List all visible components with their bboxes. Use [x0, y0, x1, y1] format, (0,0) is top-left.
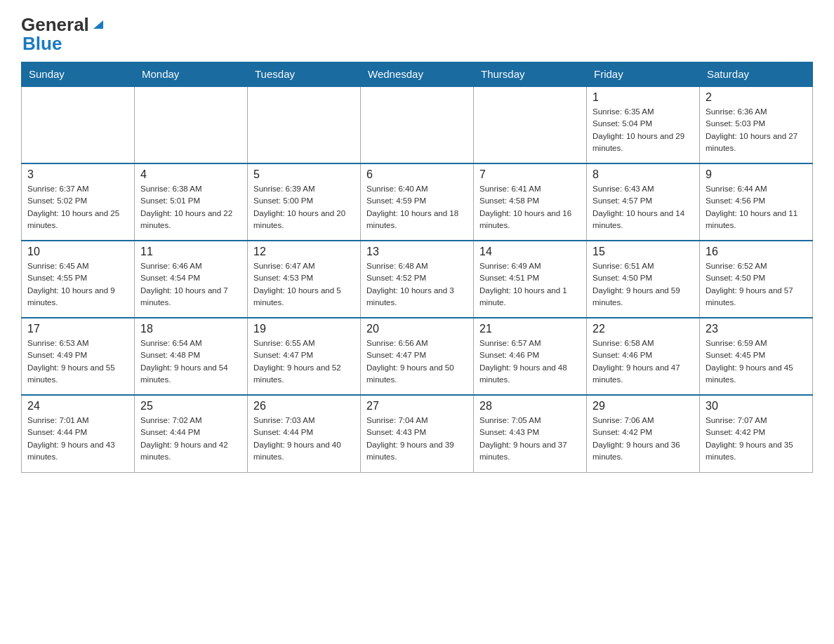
- calendar-day-cell: 25Sunrise: 7:02 AMSunset: 4:44 PMDayligh…: [135, 395, 248, 472]
- day-number: 19: [253, 323, 355, 335]
- day-info: Sunrise: 6:55 AMSunset: 4:47 PMDaylight:…: [253, 337, 355, 386]
- calendar-table: SundayMondayTuesdayWednesdayThursdayFrid…: [21, 62, 813, 473]
- calendar-day-cell: 4Sunrise: 6:38 AMSunset: 5:01 PMDaylight…: [135, 163, 248, 241]
- calendar-day-cell: 3Sunrise: 6:37 AMSunset: 5:02 PMDaylight…: [22, 163, 135, 241]
- calendar-day-cell: 18Sunrise: 6:54 AMSunset: 4:48 PMDayligh…: [135, 318, 248, 395]
- calendar-day-cell: 13Sunrise: 6:48 AMSunset: 4:52 PMDayligh…: [361, 241, 474, 318]
- day-number: 20: [366, 323, 468, 335]
- day-number: 5: [253, 168, 355, 181]
- day-info: Sunrise: 6:39 AMSunset: 5:00 PMDaylight:…: [253, 183, 355, 232]
- day-info: Sunrise: 6:53 AMSunset: 4:49 PMDaylight:…: [27, 337, 128, 386]
- day-number: 11: [140, 246, 241, 258]
- calendar-day-cell: [135, 86, 248, 163]
- calendar-day-cell: [22, 86, 135, 163]
- calendar-day-cell: 21Sunrise: 6:57 AMSunset: 4:46 PMDayligh…: [474, 318, 587, 395]
- calendar-weekday-header: Friday: [587, 62, 700, 87]
- day-info: Sunrise: 6:59 AMSunset: 4:45 PMDaylight:…: [706, 337, 807, 386]
- calendar-weekday-header: Wednesday: [361, 62, 474, 87]
- logo: General Blue: [21, 14, 106, 55]
- day-info: Sunrise: 6:48 AMSunset: 4:52 PMDaylight:…: [366, 260, 468, 309]
- day-number: 25: [140, 400, 241, 412]
- calendar-day-cell: 7Sunrise: 6:41 AMSunset: 4:58 PMDaylight…: [474, 163, 587, 241]
- calendar-day-cell: 26Sunrise: 7:03 AMSunset: 4:44 PMDayligh…: [248, 395, 361, 472]
- day-info: Sunrise: 6:49 AMSunset: 4:51 PMDaylight:…: [479, 260, 581, 309]
- day-number: 10: [27, 246, 128, 258]
- calendar-day-cell: 17Sunrise: 6:53 AMSunset: 4:49 PMDayligh…: [22, 318, 135, 395]
- day-info: Sunrise: 6:35 AMSunset: 5:04 PMDaylight:…: [593, 106, 694, 154]
- calendar-day-cell: 11Sunrise: 6:46 AMSunset: 4:54 PMDayligh…: [135, 241, 248, 318]
- day-number: 18: [140, 323, 241, 335]
- calendar-day-cell: [474, 86, 587, 163]
- day-info: Sunrise: 6:37 AMSunset: 5:02 PMDaylight:…: [27, 183, 128, 232]
- day-info: Sunrise: 6:58 AMSunset: 4:46 PMDaylight:…: [593, 337, 694, 386]
- calendar-day-cell: 22Sunrise: 6:58 AMSunset: 4:46 PMDayligh…: [587, 318, 700, 395]
- day-info: Sunrise: 6:46 AMSunset: 4:54 PMDaylight:…: [140, 260, 241, 309]
- calendar-day-cell: 2Sunrise: 6:36 AMSunset: 5:03 PMDaylight…: [700, 86, 813, 163]
- calendar-day-cell: 23Sunrise: 6:59 AMSunset: 4:45 PMDayligh…: [700, 318, 813, 395]
- page-header: General Blue: [21, 14, 813, 55]
- calendar-week-row: 10Sunrise: 6:45 AMSunset: 4:55 PMDayligh…: [22, 241, 813, 318]
- calendar-day-cell: 29Sunrise: 7:06 AMSunset: 4:42 PMDayligh…: [587, 395, 700, 472]
- day-info: Sunrise: 7:07 AMSunset: 4:42 PMDaylight:…: [706, 415, 807, 463]
- calendar-weekday-header: Tuesday: [248, 62, 361, 87]
- day-number: 12: [253, 246, 355, 258]
- day-info: Sunrise: 7:02 AMSunset: 4:44 PMDaylight:…: [140, 415, 241, 463]
- logo-triangle-icon: [91, 16, 106, 32]
- calendar-day-cell: 8Sunrise: 6:43 AMSunset: 4:57 PMDaylight…: [587, 163, 700, 241]
- calendar-week-row: 17Sunrise: 6:53 AMSunset: 4:49 PMDayligh…: [22, 318, 813, 395]
- day-info: Sunrise: 6:41 AMSunset: 4:58 PMDaylight:…: [479, 183, 581, 232]
- calendar-day-cell: 20Sunrise: 6:56 AMSunset: 4:47 PMDayligh…: [361, 318, 474, 395]
- calendar-day-cell: 16Sunrise: 6:52 AMSunset: 4:50 PMDayligh…: [700, 241, 813, 318]
- calendar-day-cell: 1Sunrise: 6:35 AMSunset: 5:04 PMDaylight…: [587, 86, 700, 163]
- day-number: 23: [706, 323, 807, 335]
- calendar-day-cell: 19Sunrise: 6:55 AMSunset: 4:47 PMDayligh…: [248, 318, 361, 395]
- calendar-day-cell: 14Sunrise: 6:49 AMSunset: 4:51 PMDayligh…: [474, 241, 587, 318]
- calendar-day-cell: 5Sunrise: 6:39 AMSunset: 5:00 PMDaylight…: [248, 163, 361, 241]
- day-number: 30: [706, 400, 807, 412]
- day-number: 4: [140, 168, 241, 181]
- svg-marker-0: [93, 20, 103, 29]
- calendar-day-cell: 27Sunrise: 7:04 AMSunset: 4:43 PMDayligh…: [361, 395, 474, 472]
- day-info: Sunrise: 7:03 AMSunset: 4:44 PMDaylight:…: [253, 415, 355, 463]
- logo-blue-text: Blue: [21, 33, 106, 55]
- day-number: 24: [27, 400, 128, 412]
- calendar-day-cell: [361, 86, 474, 163]
- day-info: Sunrise: 6:52 AMSunset: 4:50 PMDaylight:…: [706, 260, 807, 309]
- calendar-day-cell: [248, 86, 361, 163]
- day-number: 26: [253, 400, 355, 412]
- day-number: 2: [706, 91, 807, 104]
- calendar-weekday-header: Sunday: [22, 62, 135, 87]
- calendar-weekday-header: Saturday: [700, 62, 813, 87]
- calendar-week-row: 1Sunrise: 6:35 AMSunset: 5:04 PMDaylight…: [22, 86, 813, 163]
- day-info: Sunrise: 7:06 AMSunset: 4:42 PMDaylight:…: [593, 415, 694, 463]
- day-info: Sunrise: 6:57 AMSunset: 4:46 PMDaylight:…: [479, 337, 581, 386]
- calendar-day-cell: 30Sunrise: 7:07 AMSunset: 4:42 PMDayligh…: [700, 395, 813, 472]
- day-info: Sunrise: 6:40 AMSunset: 4:59 PMDaylight:…: [366, 183, 468, 232]
- day-number: 1: [593, 91, 694, 104]
- day-info: Sunrise: 6:51 AMSunset: 4:50 PMDaylight:…: [593, 260, 694, 309]
- day-number: 14: [479, 246, 581, 258]
- day-number: 22: [593, 323, 694, 335]
- day-info: Sunrise: 6:47 AMSunset: 4:53 PMDaylight:…: [253, 260, 355, 309]
- day-number: 8: [593, 168, 694, 181]
- day-number: 7: [479, 168, 581, 181]
- day-number: 29: [593, 400, 694, 412]
- day-info: Sunrise: 6:43 AMSunset: 4:57 PMDaylight:…: [593, 183, 694, 232]
- day-info: Sunrise: 6:44 AMSunset: 4:56 PMDaylight:…: [706, 183, 807, 232]
- calendar-day-cell: 10Sunrise: 6:45 AMSunset: 4:55 PMDayligh…: [22, 241, 135, 318]
- day-info: Sunrise: 6:36 AMSunset: 5:03 PMDaylight:…: [706, 106, 807, 154]
- day-number: 27: [366, 400, 468, 412]
- calendar-week-row: 3Sunrise: 6:37 AMSunset: 5:02 PMDaylight…: [22, 163, 813, 241]
- day-number: 15: [593, 246, 694, 258]
- day-info: Sunrise: 6:56 AMSunset: 4:47 PMDaylight:…: [366, 337, 468, 386]
- day-number: 6: [366, 168, 468, 181]
- calendar-header-row: SundayMondayTuesdayWednesdayThursdayFrid…: [22, 62, 813, 87]
- day-info: Sunrise: 6:38 AMSunset: 5:01 PMDaylight:…: [140, 183, 241, 232]
- day-number: 17: [27, 323, 128, 335]
- calendar-weekday-header: Thursday: [474, 62, 587, 87]
- calendar-day-cell: 28Sunrise: 7:05 AMSunset: 4:43 PMDayligh…: [474, 395, 587, 472]
- day-info: Sunrise: 6:45 AMSunset: 4:55 PMDaylight:…: [27, 260, 128, 309]
- day-number: 3: [27, 168, 128, 181]
- calendar-day-cell: 12Sunrise: 6:47 AMSunset: 4:53 PMDayligh…: [248, 241, 361, 318]
- calendar-weekday-header: Monday: [135, 62, 248, 87]
